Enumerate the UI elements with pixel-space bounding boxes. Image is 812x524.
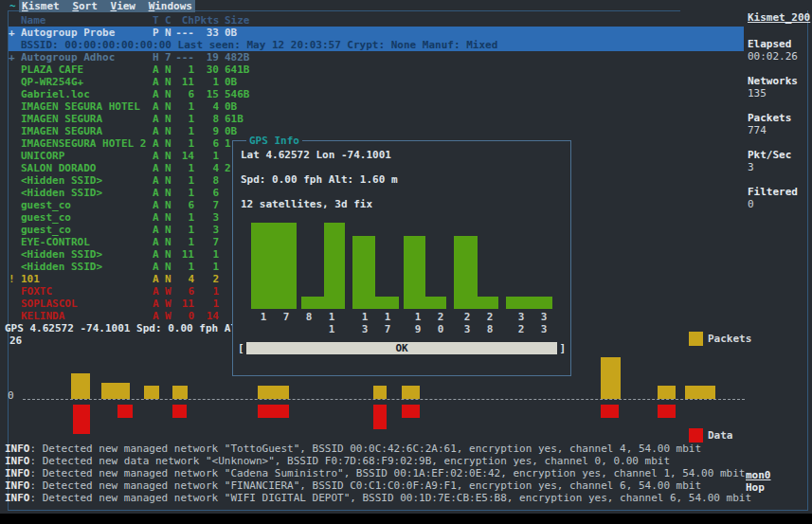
satellite-bar [530,297,552,309]
graph-zero-label: 0 [8,389,14,402]
prn-digit-bottom [303,323,315,335]
satellite-bar [352,236,375,309]
prn-digit-top: 1 [359,311,370,323]
prn-digit-top: 2 [484,311,496,323]
data-bar [73,405,90,434]
packets-bar [373,386,387,399]
packets-bar [402,386,420,399]
prn-digit-bottom: 2 [515,323,527,335]
prn-digit-bottom: 8 [484,323,496,335]
satellite-prn-label: 1 [258,311,269,335]
panel-border-bottom [8,510,808,511]
prn-digit-bottom: 7 [382,323,393,335]
log-level: INFO [5,443,30,455]
packets-bar [172,386,188,399]
log-line: INFO: Detected new managed network "Cade… [5,467,805,479]
log-line: INFO: Detected new managed network "WIFI… [5,492,805,504]
gps-info-dialog: GPS Info Lat 4.62572 Lon -74.1001 Spd: 0… [232,140,571,376]
log-message: : Detected new managed network "FINANCIE… [30,479,702,492]
prn-digit-bottom: 3 [359,323,370,335]
satellite-prn-label: 28 [484,311,496,335]
satellite-signal-chart [233,141,570,309]
satellite-bar [301,297,324,309]
log-line: INFO: Detected new managed network "FINA… [5,479,805,492]
data-bar [117,405,133,418]
prn-digit-top: 2 [435,311,446,323]
log-message: : Detected new data network "<Unknown>",… [30,455,671,467]
button-bracket-right: ] [559,342,566,354]
satellite-bar [404,236,425,309]
data-bar [258,405,289,418]
packets-legend-label: Packets [708,333,751,345]
log-line: INFO: Detected new managed network "Tott… [5,443,805,455]
prn-digit-top: 3 [538,311,550,323]
packets-legend-swatch [689,332,703,346]
prn-digit-top: 7 [280,311,292,323]
satellite-bar [274,223,297,309]
kismet-screen: ~ Kismet Sort View Windows Name T C Ch P… [0,0,812,524]
prn-digit-top: 2 [461,311,473,323]
info-log: INFO: Detected new managed network "Tott… [5,443,805,504]
log-line: INFO: Detected new data network "<Unknow… [5,455,805,467]
satellite-prn-label: 13 [359,311,370,335]
data-bar [172,405,187,418]
satellite-bar [251,223,274,309]
data-bar [658,405,676,418]
ok-button[interactable]: OK [246,342,557,354]
satellite-prn-label: 33 [538,311,550,335]
data-bar [373,405,387,429]
prn-digit-bottom: 0 [435,323,446,335]
log-level: INFO [5,492,30,504]
satellite-prn-label: 7 [280,311,292,335]
prn-digit-bottom [280,323,292,335]
satellite-bar [324,223,345,309]
button-bracket-left: [ [238,342,244,354]
data-legend-label: Data [708,429,733,442]
prn-digit-top: 1 [412,311,424,323]
packets-bar [258,386,289,399]
packets-bar [601,357,621,399]
dialog-button-row: [ OK ] [233,342,570,355]
prn-digit-bottom: 9 [412,323,424,335]
satellite-prn-label: 17 [382,311,393,335]
log-level: INFO [5,455,30,467]
satellite-bar [375,297,399,309]
packets-bar [71,373,90,399]
satellite-prn-labels: 1 7 8 11 13 17 [233,311,570,335]
prn-digit-bottom [258,323,269,335]
satellite-bar [454,236,478,309]
log-level: INFO [5,479,30,492]
log-level: INFO [5,467,30,479]
prn-digit-top: 1 [258,311,269,323]
satellite-prn-label: 11 [326,311,337,335]
log-message: : Detected new managed network "TottoGue… [30,443,702,455]
graph-baseline [23,399,745,400]
data-bar [402,405,420,418]
prn-digit-bottom: 3 [461,323,473,335]
prn-digit-bottom: 1 [326,323,337,335]
satellite-prn-label: 23 [461,311,473,335]
satellite-bar [425,297,446,309]
satellite-prn-label: 20 [435,311,446,335]
prn-digit-top: 3 [515,311,527,323]
data-bar [601,405,619,418]
data-legend-swatch [689,428,703,443]
satellite-bar [506,297,530,309]
packets-bar [685,386,715,399]
satellite-prn-label: 32 [515,311,527,335]
satellite-prn-label: 8 [303,311,315,335]
satellite-prn-label: 19 [412,311,424,335]
prn-digit-top: 8 [303,311,315,323]
log-message: : Detected new managed network "WIFI DIG… [30,492,752,504]
satellite-bar [478,297,498,309]
prn-digit-bottom: 3 [538,323,550,335]
log-message: : Detected new managed network "Cadena S… [30,467,746,479]
packets-bar [658,386,676,399]
packets-bar [101,383,130,399]
packets-bar [144,386,159,399]
prn-digit-top: 1 [326,311,337,323]
prn-digit-top: 1 [382,311,393,323]
